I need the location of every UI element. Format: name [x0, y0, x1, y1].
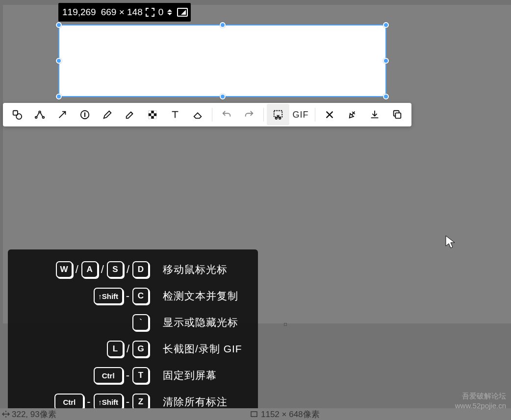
- canvas-size-icon: [250, 410, 258, 418]
- toolbar-separator: [212, 108, 212, 122]
- center-marker: [284, 323, 287, 326]
- text-tool-button[interactable]: [164, 104, 186, 125]
- svg-rect-10: [149, 116, 152, 119]
- key-cap: W: [56, 261, 73, 278]
- key-cap: G: [132, 341, 149, 357]
- gif-label: GIF: [291, 110, 311, 120]
- cursor-icon: [445, 235, 455, 249]
- svg-rect-7: [149, 111, 152, 114]
- resize-handle-tl[interactable]: [56, 22, 62, 28]
- help-desc: 显示或隐藏光标: [163, 316, 238, 329]
- help-row: W / A / S / D 移动鼠标光标: [17, 256, 249, 283]
- stepper-up-icon[interactable]: [167, 9, 172, 12]
- pin-button[interactable]: [341, 104, 363, 125]
- key-cap: L: [107, 341, 124, 357]
- svg-point-3: [39, 111, 41, 113]
- screenshot-crop-button[interactable]: [267, 104, 289, 125]
- svg-point-14: [279, 118, 281, 120]
- coords-label: 119,269: [62, 7, 96, 18]
- stepper-value: 0: [158, 7, 164, 18]
- key-cap: T: [132, 367, 149, 384]
- help-row: L / G 长截图/录制 GIF: [17, 336, 249, 362]
- resize-handle-br[interactable]: [383, 94, 389, 99]
- status-dimensions: 1152 × 648像素: [261, 409, 320, 420]
- key-cap: `: [132, 314, 149, 331]
- svg-rect-11: [154, 116, 157, 119]
- help-desc: 检测文本并复制: [163, 289, 238, 303]
- svg-point-2: [35, 117, 37, 119]
- watermark: 吾爱破解论坛 www.52pojie.cn: [455, 391, 506, 410]
- watermark-line1: 吾爱破解论坛: [455, 391, 506, 401]
- stepper-down-icon[interactable]: [167, 13, 172, 15]
- help-desc: 清除所有标注: [163, 395, 228, 409]
- mosaic-tool-button[interactable]: [141, 104, 164, 125]
- key-joiner: /: [75, 263, 79, 276]
- help-desc: 移动鼠标光标: [163, 263, 228, 276]
- help-row: ` 显示或隐藏光标: [17, 309, 249, 336]
- key-joiner: /: [126, 343, 130, 355]
- selection-info-pill: 119,269 669 × 148 0: [58, 3, 191, 22]
- pencil-tool-button[interactable]: [96, 104, 119, 125]
- save-button[interactable]: [363, 104, 386, 125]
- toolbar-separator: [263, 108, 264, 122]
- watermark-line2: www.52pojie.cn: [455, 401, 506, 411]
- polyline-tool-button[interactable]: [28, 104, 51, 125]
- key-cap: Ctrl: [94, 367, 123, 384]
- resize-handle-bc[interactable]: [220, 94, 226, 99]
- key-joiner: /: [100, 263, 105, 276]
- resize-handle-tc[interactable]: [220, 22, 226, 28]
- resize-handle-bl[interactable]: [56, 94, 62, 99]
- shortcuts-help-panel: W / A / S / D 移动鼠标光标 ↑Shift - C 检测文本并复制 …: [8, 249, 258, 420]
- shape-tool-button[interactable]: [6, 104, 28, 125]
- key-cap: ↑Shift: [94, 288, 123, 304]
- resize-handle-mr[interactable]: [383, 58, 389, 64]
- redo-button[interactable]: [238, 104, 260, 125]
- status-bar: 322, 93像素 1152 × 648像素: [0, 408, 511, 420]
- svg-point-4: [43, 117, 45, 119]
- undo-button[interactable]: [215, 104, 238, 125]
- crop-icon: [146, 8, 154, 17]
- value-stepper[interactable]: [167, 9, 172, 15]
- svg-rect-8: [154, 111, 157, 114]
- key-cap: ↑Shift: [94, 394, 123, 410]
- svg-rect-16: [251, 412, 257, 417]
- key-joiner: -: [86, 395, 91, 408]
- toolbar-separator: [315, 108, 315, 122]
- key-cap: Ctrl: [54, 394, 84, 410]
- help-desc: 固定到屏幕: [163, 369, 217, 382]
- capture-selection[interactable]: [58, 25, 386, 97]
- key-cap: S: [107, 261, 124, 278]
- highlighter-tool-button[interactable]: [119, 104, 141, 125]
- help-desc: 长截图/录制 GIF: [163, 342, 242, 356]
- close-button[interactable]: [318, 104, 341, 125]
- resize-handle-ml[interactable]: [56, 58, 62, 64]
- key-cap: C: [132, 288, 149, 304]
- help-row: ↑Shift - C 检测文本并复制: [17, 283, 249, 309]
- status-coords: 322, 93像素: [12, 409, 56, 420]
- key-joiner: -: [125, 395, 130, 408]
- key-cap: A: [81, 261, 98, 278]
- copy-button[interactable]: [386, 104, 409, 125]
- svg-point-13: [276, 118, 278, 120]
- resize-handle-tr[interactable]: [383, 22, 389, 28]
- annotation-toolbar: GIF: [3, 103, 411, 126]
- key-joiner: -: [125, 369, 130, 382]
- key-joiner: /: [126, 263, 130, 276]
- status-left: 322, 93像素: [0, 409, 56, 420]
- key-cap: D: [132, 261, 149, 278]
- status-center: 1152 × 648像素: [250, 409, 320, 420]
- fullscreen-icon[interactable]: [177, 8, 188, 17]
- eraser-tool-button[interactable]: [186, 104, 209, 125]
- pointer-coords-icon: [2, 410, 10, 418]
- svg-rect-15: [395, 113, 401, 118]
- help-row: Ctrl - T 固定到屏幕: [17, 362, 249, 389]
- svg-point-1: [16, 114, 22, 119]
- key-joiner: -: [125, 290, 130, 302]
- gif-record-button[interactable]: GIF: [289, 104, 312, 125]
- counter-tool-button[interactable]: [74, 104, 96, 125]
- svg-rect-9: [151, 113, 154, 116]
- arrow-tool-button[interactable]: [51, 104, 74, 125]
- key-cap: Z: [132, 394, 149, 410]
- dimensions-label: 669 × 148: [101, 7, 143, 18]
